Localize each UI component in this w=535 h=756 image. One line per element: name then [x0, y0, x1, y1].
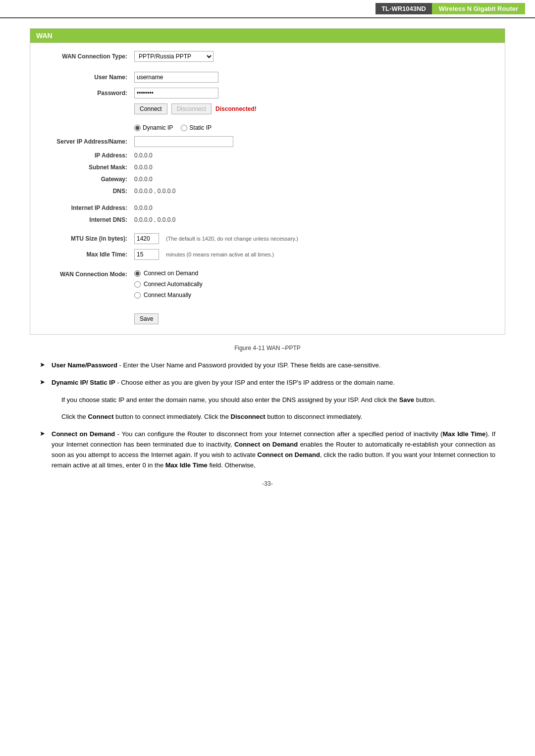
- gateway-label: Gateway:: [35, 176, 134, 183]
- gateway-text: 0.0.0.0: [134, 176, 153, 183]
- subnet-mask-label: Subnet Mask:: [35, 164, 134, 171]
- static-ip-option: Static IP: [181, 124, 212, 131]
- desc-para-2: Click the Connect button to connect imme…: [52, 412, 495, 422]
- wan-mode-row: WAN Connection Mode: Connect on Demand C…: [30, 270, 505, 299]
- model-label: TL-WR1043ND: [375, 3, 432, 14]
- subnet-mask-value: 0.0.0.0: [134, 164, 500, 171]
- main-content: WAN WAN Connection Type: PPTP/Russia PPT…: [0, 18, 535, 497]
- wan-body: WAN Connection Type: PPTP/Russia PPTP Us…: [30, 43, 505, 334]
- max-idle-label: Max Idle Time:: [35, 251, 134, 258]
- server-ip-row: Server IP Address/Name:: [30, 136, 505, 147]
- ip-address-row: IP Address: 0.0.0.0: [30, 152, 505, 159]
- wan-box: WAN WAN Connection Type: PPTP/Russia PPT…: [30, 28, 505, 335]
- dynamic-ip-label: Dynamic IP: [143, 124, 173, 131]
- desc-text-1: User Name/Password - Enter the User Name…: [52, 360, 495, 371]
- mtu-row: MTU Size (in bytes): (The default is 142…: [30, 233, 505, 244]
- disconnected-status: Disconnected!: [215, 105, 257, 112]
- internet-dns-text: 0.0.0.0 , 0.0.0.0: [134, 216, 175, 223]
- wan-mode-label: WAN Connection Mode:: [35, 270, 134, 278]
- wan-connection-type-value: PPTP/Russia PPTP: [134, 51, 500, 62]
- description-section: ➤ User Name/Password - Enter the User Na…: [30, 360, 505, 470]
- server-ip-value: [134, 136, 500, 147]
- mode-on-demand-label: Connect on Demand: [144, 270, 198, 277]
- save-row: Save: [30, 308, 505, 326]
- mode-manual-radio[interactable]: [134, 292, 141, 299]
- static-ip-radio[interactable]: [181, 125, 187, 131]
- page-header: TL-WR1043ND Wireless N Gigabit Router: [0, 0, 535, 18]
- desc-text-2: Dynamic IP/ Static IP - Choose either as…: [52, 378, 495, 388]
- subnet-mask-row: Subnet Mask: 0.0.0.0: [30, 164, 505, 171]
- desc-item-1: ➤ User Name/Password - Enter the User Na…: [40, 360, 495, 371]
- user-name-value: [134, 72, 500, 83]
- ip-type-row: Dynamic IP Static IP: [30, 124, 505, 131]
- desc-arrow-2: ➤: [40, 378, 48, 386]
- ip-type-radios: Dynamic IP Static IP: [134, 124, 500, 131]
- connect-buttons-row: Connect Disconnect Disconnected!: [30, 103, 505, 114]
- wan-connection-type-label: WAN Connection Type:: [35, 53, 134, 60]
- desc-item-3: ➤ Connect on Demand - You can configure …: [40, 429, 495, 470]
- ip-address-label: IP Address:: [35, 152, 134, 159]
- desc-item-2: ➤ Dynamic IP/ Static IP - Choose either …: [40, 378, 495, 388]
- mode-manual-label: Connect Manually: [144, 292, 191, 299]
- internet-dns-value: 0.0.0.0 , 0.0.0.0: [134, 216, 500, 223]
- max-idle-hint: minutes (0 means remain active at all ti…: [166, 252, 274, 257]
- internet-ip-text: 0.0.0.0: [134, 204, 153, 211]
- password-value: [134, 88, 500, 99]
- mode-manual: Connect Manually: [134, 292, 203, 299]
- product-title: Wireless N Gigabit Router: [432, 3, 525, 14]
- mtu-input[interactable]: [134, 233, 159, 244]
- internet-ip-value: 0.0.0.0: [134, 204, 500, 211]
- mode-auto: Connect Automatically: [134, 281, 203, 288]
- wan-connection-type-select[interactable]: PPTP/Russia PPTP: [134, 51, 214, 62]
- disconnect-button[interactable]: Disconnect: [171, 103, 212, 114]
- desc-text-3: Connect on Demand - You can configure th…: [52, 429, 495, 470]
- wan-box-header: WAN: [30, 29, 505, 43]
- mtu-value: (The default is 1420, do not change unle…: [134, 233, 500, 244]
- wan-mode-options: Connect on Demand Connect Automatically …: [134, 270, 500, 299]
- desc-arrow-1: ➤: [40, 361, 48, 368]
- dns-label: DNS:: [35, 188, 134, 195]
- ip-type-radio-group: Dynamic IP Static IP: [134, 124, 212, 131]
- figure-caption: Figure 4-11 WAN –PPTP: [30, 345, 505, 352]
- password-input[interactable]: [134, 88, 218, 99]
- dynamic-ip-option: Dynamic IP: [134, 124, 173, 131]
- connect-button[interactable]: Connect: [134, 103, 167, 114]
- subnet-mask-text: 0.0.0.0: [134, 164, 153, 171]
- server-ip-label: Server IP Address/Name:: [35, 138, 134, 145]
- gateway-row: Gateway: 0.0.0.0: [30, 176, 505, 183]
- ip-address-text: 0.0.0.0: [134, 152, 153, 159]
- max-idle-input[interactable]: [134, 249, 159, 260]
- internet-dns-row: Internet DNS: 0.0.0.0 , 0.0.0.0: [30, 216, 505, 223]
- connect-buttons: Connect Disconnect Disconnected!: [134, 103, 500, 114]
- ip-address-value: 0.0.0.0: [134, 152, 500, 159]
- brand: TL-WR1043ND Wireless N Gigabit Router: [375, 3, 525, 14]
- gateway-value: 0.0.0.0: [134, 176, 500, 183]
- save-button[interactable]: Save: [134, 313, 159, 324]
- password-label: Password:: [35, 90, 134, 97]
- mode-auto-label: Connect Automatically: [144, 281, 203, 288]
- server-ip-input[interactable]: [134, 136, 233, 147]
- mode-on-demand-radio[interactable]: [134, 270, 141, 277]
- dns-row: DNS: 0.0.0.0 , 0.0.0.0: [30, 188, 505, 195]
- wan-connection-type-row: WAN Connection Type: PPTP/Russia PPTP: [30, 51, 505, 62]
- page-number: -33-: [30, 480, 505, 487]
- internet-ip-row: Internet IP Address: 0.0.0.0: [30, 204, 505, 211]
- user-name-row: User Name:: [30, 72, 505, 83]
- desc-para-1: If you choose static IP and enter the do…: [52, 395, 495, 405]
- dns-value: 0.0.0.0 , 0.0.0.0: [134, 188, 500, 195]
- internet-dns-label: Internet DNS:: [35, 216, 134, 223]
- mode-auto-radio[interactable]: [134, 281, 141, 288]
- wan-mode-group: Connect on Demand Connect Automatically …: [134, 270, 203, 299]
- max-idle-row: Max Idle Time: minutes (0 means remain a…: [30, 249, 505, 260]
- internet-ip-label: Internet IP Address:: [35, 204, 134, 211]
- static-ip-label: Static IP: [189, 124, 212, 131]
- password-row: Password:: [30, 88, 505, 99]
- dynamic-ip-radio[interactable]: [134, 125, 141, 131]
- desc-arrow-3: ➤: [40, 430, 48, 437]
- mtu-hint: (The default is 1420, do not change unle…: [166, 236, 298, 242]
- user-name-input[interactable]: [134, 72, 218, 83]
- max-idle-value: minutes (0 means remain active at all ti…: [134, 249, 500, 260]
- user-name-label: User Name:: [35, 74, 134, 81]
- dns-text: 0.0.0.0 , 0.0.0.0: [134, 188, 175, 195]
- mode-on-demand: Connect on Demand: [134, 270, 203, 277]
